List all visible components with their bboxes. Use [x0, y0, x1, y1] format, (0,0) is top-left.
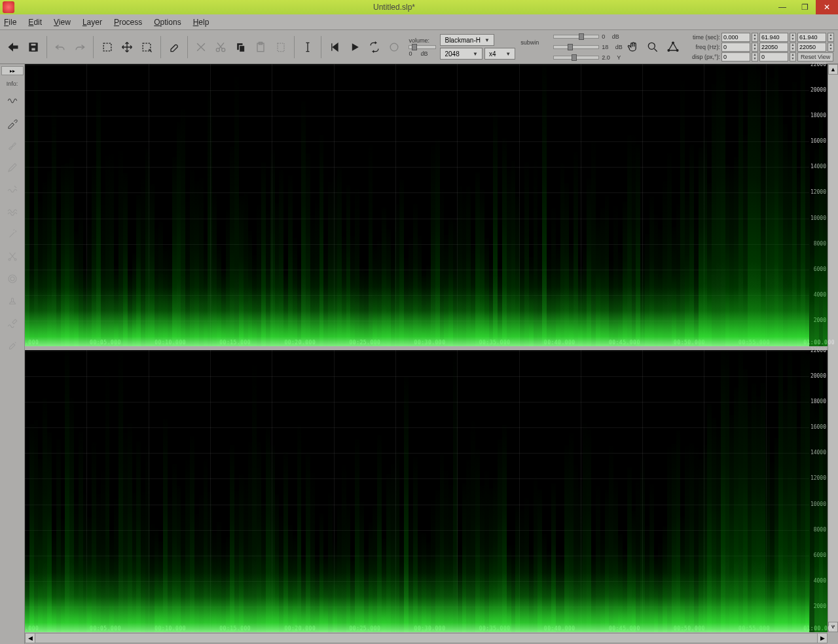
svg-point-18	[14, 259, 16, 260]
svg-rect-3	[103, 43, 111, 51]
delete-button[interactable]	[192, 35, 210, 59]
disp-y-spin[interactable]: ▲▼	[790, 52, 796, 62]
vertical-scrollbar[interactable]: ▲ ▼	[828, 64, 838, 632]
disp-x-input[interactable]	[721, 52, 750, 62]
window-title: Untitled.slp*	[17, 3, 771, 12]
paste-mix-button[interactable]	[271, 35, 289, 59]
svg-rect-8	[239, 45, 244, 52]
freq-max-input[interactable]	[797, 43, 826, 52]
triangle-tool[interactable]	[664, 35, 682, 59]
amp-top-slider[interactable]	[553, 35, 599, 39]
scroll-up[interactable]: ▲	[828, 64, 838, 75]
wave2-icon[interactable]	[4, 204, 21, 221]
menubar: File Edit View Layer Process Options Hel…	[0, 14, 838, 30]
time-end-spin[interactable]: ▲▼	[790, 33, 796, 42]
cut-button[interactable]	[211, 35, 230, 59]
svg-point-13	[649, 43, 655, 49]
scissors-alt-icon[interactable]	[4, 248, 21, 265]
spectrogram-canvas[interactable]: 2200020000180001600014000120001000080006…	[25, 64, 828, 632]
menu-file[interactable]: File	[4, 18, 16, 27]
target-icon[interactable]	[4, 270, 21, 287]
svg-point-20	[10, 277, 14, 281]
spectrogram-channel-right[interactable]: 2200020000180001600014000120001000080006…	[25, 346, 828, 632]
spray-icon[interactable]	[4, 226, 21, 243]
time-total-spin[interactable]: ▲▼	[828, 33, 834, 42]
paint-icon[interactable]	[4, 337, 21, 354]
freq-high-input[interactable]	[759, 43, 788, 52]
time-total-input[interactable]	[797, 33, 826, 42]
titlebar: Untitled.slp* — ❐ ✕	[0, 0, 838, 14]
freq-low-spin[interactable]: ▲▼	[752, 43, 758, 52]
menu-options[interactable]: Options	[154, 18, 181, 27]
scroll-left[interactable]: ◀	[25, 633, 35, 643]
svg-rect-1	[30, 43, 35, 46]
disp-x-spin[interactable]: ▲▼	[752, 52, 758, 62]
menu-process[interactable]: Process	[114, 18, 142, 27]
time-start-spin[interactable]: ▲▼	[752, 33, 758, 42]
svg-rect-2	[31, 47, 35, 50]
minimize-button[interactable]: —	[771, 0, 793, 14]
undo-button[interactable]	[51, 35, 69, 59]
maximize-button[interactable]: ❐	[793, 0, 816, 14]
volume-unit: dB	[421, 50, 428, 57]
select-tool[interactable]	[98, 35, 116, 59]
eraser-tool[interactable]	[164, 35, 183, 59]
sidebar: ▸▸ Info:	[0, 64, 25, 632]
move-tool[interactable]	[118, 35, 136, 59]
paste-button[interactable]	[251, 35, 270, 59]
time-end-input[interactable]	[759, 33, 788, 42]
volume-group: volume: 0 dB	[409, 37, 436, 57]
scroll-right[interactable]: ▶	[817, 633, 828, 643]
play-button[interactable]	[345, 35, 363, 59]
time-start-input[interactable]	[721, 33, 750, 42]
window-fn-select[interactable]: Blackman-H▼	[440, 34, 515, 46]
spectrogram-channel-left[interactable]: 2200020000180001600014000120001000080006…	[25, 64, 828, 346]
vzoom-select[interactable]: x4 ▼	[484, 48, 515, 60]
main-area: ▸▸ Info: 2200020000180001600014000120001…	[0, 64, 838, 632]
menu-edit[interactable]: Edit	[28, 18, 42, 27]
save-button[interactable]	[24, 35, 42, 59]
subwin-label: subwin	[520, 39, 539, 46]
horizontal-scrollbar[interactable]: ◀ ▶	[0, 632, 838, 644]
stamp-icon[interactable]	[4, 293, 21, 310]
waveform-icon[interactable]	[4, 92, 21, 109]
disp-label: disp (px,°):	[683, 54, 720, 60]
zoom-tool[interactable]	[644, 35, 662, 59]
svg-point-17	[9, 259, 10, 260]
volume-label: volume:	[409, 37, 429, 44]
app-icon	[3, 1, 14, 13]
freq-max-spin[interactable]: ▲▼	[828, 43, 834, 52]
freq-high-spin[interactable]: ▲▼	[790, 43, 796, 52]
eyedropper-icon[interactable]	[4, 115, 21, 132]
record-button[interactable]	[385, 35, 403, 59]
skip-start-button[interactable]	[325, 35, 344, 59]
brush-icon[interactable]	[4, 137, 21, 154]
fft-size-select[interactable]: 2048 ▼	[440, 48, 483, 60]
menu-help[interactable]: Help	[193, 18, 210, 27]
volume-slider[interactable]	[409, 45, 436, 49]
svg-point-12	[390, 43, 398, 51]
open-button[interactable]	[4, 35, 22, 59]
wave-edit-icon[interactable]	[4, 315, 21, 332]
freq-low-input[interactable]	[721, 43, 750, 52]
amp-mid-slider[interactable]	[553, 45, 599, 49]
svg-point-15	[676, 49, 678, 51]
redo-button[interactable]	[71, 35, 89, 59]
wave-brush-icon[interactable]	[4, 181, 21, 198]
menu-layer[interactable]: Layer	[82, 18, 102, 27]
copy-button[interactable]	[232, 35, 250, 59]
disp-y-input[interactable]	[759, 52, 788, 62]
cursor-tool[interactable]	[299, 35, 317, 59]
hand-tool[interactable]	[624, 35, 642, 59]
close-button[interactable]: ✕	[816, 0, 838, 14]
sidebar-collapse[interactable]: ▸▸	[1, 66, 24, 75]
reset-view-button[interactable]: Reset View	[797, 52, 833, 62]
svg-point-19	[9, 275, 16, 283]
menu-view[interactable]: View	[54, 18, 71, 27]
loop-button[interactable]	[365, 35, 384, 59]
amplitude-sliders: 0 dB 18 dB 2.0 Y	[553, 33, 623, 61]
amp-bot-slider[interactable]	[553, 56, 599, 60]
crop-tool[interactable]	[137, 35, 156, 59]
range-group: time (sec): ▲▼ ▲▼ ▲▼ freq (Hz): ▲▼ ▲▼ ▲▼…	[683, 33, 834, 62]
pencil-icon[interactable]	[4, 159, 21, 176]
